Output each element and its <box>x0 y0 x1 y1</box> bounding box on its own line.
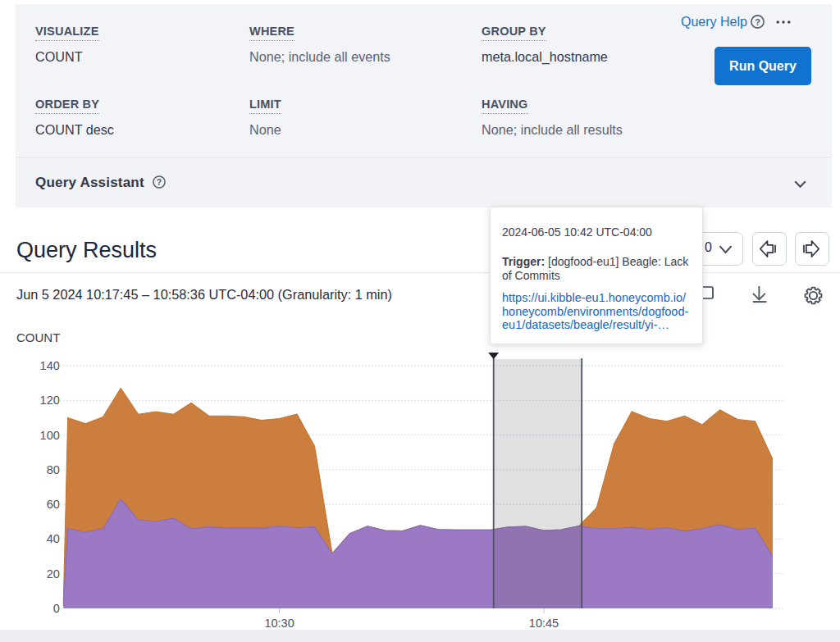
svg-text:60: 60 <box>47 498 60 511</box>
svg-text:140: 140 <box>40 359 60 372</box>
svg-text:40: 40 <box>47 532 60 545</box>
svg-text:80: 80 <box>47 463 60 476</box>
svg-text:10:45: 10:45 <box>529 617 559 630</box>
svg-text:20: 20 <box>47 567 60 581</box>
svg-text:120: 120 <box>40 394 60 407</box>
svg-text:10:30: 10:30 <box>264 617 294 630</box>
svg-text:0: 0 <box>53 602 60 615</box>
svg-text:100: 100 <box>40 429 60 442</box>
svg-text:?: ? <box>755 17 760 27</box>
svg-text:?: ? <box>157 177 162 187</box>
